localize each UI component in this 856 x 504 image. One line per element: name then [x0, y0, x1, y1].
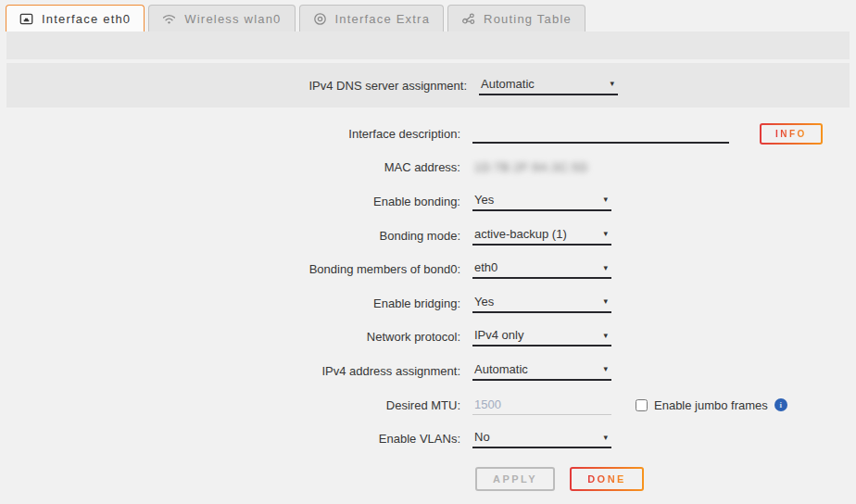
network-protocol-row: Network protocol: IPv4 only ▾ — [0, 321, 856, 355]
select-value: Automatic — [481, 77, 535, 91]
bonding-members-row: Bonding members of bond0: eth0 ▾ — [0, 252, 856, 286]
enable-bonding-select[interactable]: Yes ▾ — [472, 192, 611, 211]
tab-wireless-wlan0[interactable]: Wireless wlan0 — [148, 5, 295, 32]
toolbar-band — [6, 32, 850, 59]
mac-address-row: MAC address: 1D:7B:2F:9A:3C:5D — [0, 151, 856, 185]
enable-bridging-label: Enable bridging: — [0, 296, 460, 310]
bonding-mode-select[interactable]: active-backup (1) ▾ — [472, 226, 611, 246]
interface-description-input[interactable] — [472, 123, 729, 144]
ethernet-port-icon — [19, 12, 33, 26]
dns-assignment-select[interactable]: Automatic ▾ — [479, 76, 618, 95]
tab-label: Interface eth0 — [42, 12, 131, 26]
bonding-mode-label: Bonding mode: — [0, 229, 460, 243]
tab-bar: Interface eth0 Wireless wlan0 Interface … — [0, 0, 856, 32]
bonding-mode-row: Bonding mode: active-backup (1) ▾ — [0, 219, 856, 253]
jumbo-frames-label: Enable jumbo frames — [654, 398, 768, 412]
info-button-label: INFO — [775, 129, 807, 139]
interface-settings-form: Interface description: INFO MAC address:… — [0, 107, 856, 491]
mac-address-label: MAC address: — [0, 160, 460, 174]
dns-section: IPv4 DNS server assignment: Automatic ▾ — [6, 63, 850, 107]
wifi-icon — [162, 12, 176, 26]
network-protocol-select[interactable]: IPv4 only ▾ — [472, 327, 611, 346]
jumbo-frames-group: Enable jumbo frames i — [636, 398, 787, 412]
select-value: Yes — [474, 295, 494, 309]
ipv4-assignment-label: IPv4 address assignment: — [0, 364, 460, 378]
jumbo-frames-checkbox[interactable] — [636, 399, 648, 411]
network-protocol-label: Network protocol: — [0, 330, 460, 344]
target-icon — [313, 12, 327, 26]
info-button[interactable]: INFO — [760, 123, 823, 145]
desired-mtu-label: Desired MTU: — [0, 398, 460, 412]
apply-button[interactable]: APPLY — [475, 467, 555, 491]
chevron-down-icon: ▾ — [610, 79, 614, 88]
done-button-label: DONE — [587, 473, 626, 485]
tab-label: Wireless wlan0 — [184, 12, 281, 26]
done-button[interactable]: DONE — [570, 467, 644, 491]
tab-label: Routing Table — [484, 12, 572, 26]
chevron-down-icon: ▾ — [603, 364, 608, 373]
enable-vlans-select[interactable]: No ▾ — [472, 429, 611, 448]
ipv4-assignment-row: IPv4 address assignment: Automatic ▾ — [0, 354, 856, 388]
form-actions: APPLY DONE — [475, 467, 856, 491]
chevron-down-icon: ▾ — [603, 331, 608, 340]
select-value: eth0 — [474, 260, 497, 274]
select-value: active-backup (1) — [474, 227, 567, 241]
enable-bonding-row: Enable bonding: Yes ▾ — [0, 184, 856, 219]
tab-interface-extra[interactable]: Interface Extra — [299, 5, 445, 32]
select-value: Yes — [474, 193, 494, 207]
chevron-down-icon: ▾ — [603, 433, 608, 442]
bonding-members-label: Bonding members of bond0: — [0, 262, 460, 276]
info-circle-icon[interactable]: i — [774, 398, 787, 411]
select-value: Automatic — [474, 362, 528, 376]
desired-mtu-input[interactable] — [472, 395, 611, 415]
tab-routing-table[interactable]: Routing Table — [447, 5, 585, 32]
dns-assignment-label: IPv4 DNS server assignment: — [6, 79, 467, 93]
enable-bridging-row: Enable bridging: Yes ▾ — [0, 286, 856, 321]
chevron-down-icon: ▾ — [603, 296, 608, 306]
desired-mtu-row: Desired MTU: Enable jumbo frames i — [0, 388, 856, 422]
mac-address-value: 1D:7B:2F:9A:3C:5D — [472, 161, 588, 174]
select-value: No — [474, 430, 490, 444]
chevron-down-icon: ▾ — [603, 229, 608, 238]
interface-description-row: Interface description: INFO — [0, 117, 856, 151]
bonding-members-select[interactable]: eth0 ▾ — [472, 259, 611, 279]
chevron-down-icon: ▾ — [603, 195, 608, 204]
share-nodes-icon — [461, 12, 475, 26]
tab-interface-eth0[interactable]: Interface eth0 — [6, 5, 145, 32]
ipv4-assignment-select[interactable]: Automatic ▾ — [472, 361, 611, 381]
enable-bonding-label: Enable bonding: — [0, 195, 460, 208]
enable-bridging-select[interactable]: Yes ▾ — [472, 294, 611, 313]
tab-label: Interface Extra — [335, 12, 431, 26]
chevron-down-icon: ▾ — [603, 263, 608, 272]
interface-description-label: Interface description: — [0, 127, 460, 141]
select-value: IPv4 only — [474, 328, 523, 342]
enable-vlans-row: Enable VLANs: No ▾ — [0, 422, 856, 456]
enable-vlans-label: Enable VLANs: — [0, 432, 460, 446]
